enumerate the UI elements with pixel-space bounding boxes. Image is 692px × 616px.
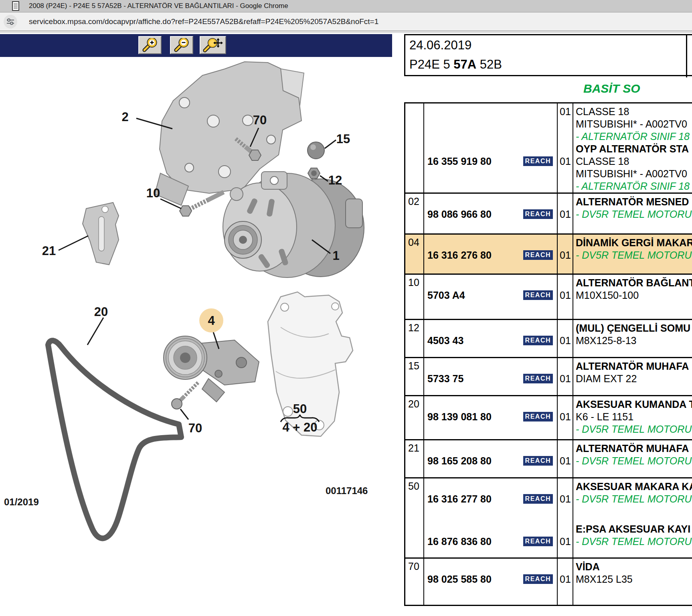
callout-21[interactable]: 21 <box>42 244 56 258</box>
description-line: E:PSA AKSESUAR KAYI <box>573 523 692 535</box>
description-line: DİNAMİK GERGİ MAKAR <box>573 237 692 249</box>
reference-header-box: 24.06.2019 P24E 5 57A 52B <box>404 34 692 76</box>
parts-table-row[interactable]: 7098 025 585 80REACH01VİDAM8X125 L35 <box>405 559 692 606</box>
callout-20[interactable]: 20 <box>94 305 108 319</box>
window-title: 2008 (P24E) - P24E 5 57A52B - ALTERNATÖR… <box>29 2 288 10</box>
catalog-date: 24.06.2019 <box>409 38 471 53</box>
reach-badge[interactable]: REACH <box>523 537 553 546</box>
site-settings-button[interactable] <box>4 15 17 28</box>
parts-table-row[interactable]: 16 355 919 80REACH0101CLASSE 18MITSUBISH… <box>405 103 692 194</box>
ball-15-drawing <box>308 142 324 159</box>
quantity: 01 <box>558 105 573 118</box>
item-number: 12 <box>405 320 423 334</box>
description-line: OYP ALTERNATÖR STA <box>573 143 692 155</box>
quantity: 01 <box>558 322 573 347</box>
description-line: M8X125 L35 <box>573 573 692 586</box>
window-title-bar: 2008 (P24E) - P24E 5 57A52B - ALTERNATÖR… <box>0 0 692 12</box>
quantity: 01 <box>558 480 573 505</box>
callout-70-bottom[interactable]: 70 <box>188 421 202 435</box>
header-divider <box>686 35 687 77</box>
quantity: 01 <box>558 277 573 302</box>
description-line: ALTERNATÖR MUHAFA <box>573 442 692 455</box>
parts-table: 16 355 919 80REACH0101CLASSE 18MITSUBISH… <box>404 102 692 606</box>
description-line: ALTERNATÖR BAĞLANT <box>573 277 692 289</box>
callout-2[interactable]: 2 <box>121 110 128 124</box>
part-number: 16 355 919 80 <box>424 156 492 167</box>
description-line: M8X125-8-13 <box>573 334 692 347</box>
reach-badge[interactable]: REACH <box>523 412 553 421</box>
description-line: MITSUBISHI* - A002TV0 <box>573 168 692 180</box>
alternator-drawing <box>223 172 364 278</box>
parts-table-row[interactable]: 5016 316 277 80REACH16 876 836 80REACH01… <box>405 478 692 559</box>
parts-table-row[interactable]: 105703 A4REACH01ALTERNATÖR BAĞLANTM10X15… <box>405 275 692 320</box>
reach-badge[interactable]: REACH <box>523 250 553 260</box>
callout-4[interactable]: 4 <box>208 314 215 328</box>
parts-table-row[interactable]: 0298 086 966 80REACH01ALTERNATÖR MESNED-… <box>405 194 692 235</box>
callout-15[interactable]: 15 <box>336 132 350 146</box>
parts-table-row[interactable]: 2098 139 081 80REACH01AKSESUAR KUMANDA T… <box>405 396 692 440</box>
drawing-number: 00117146 <box>326 485 368 496</box>
reach-badge[interactable]: REACH <box>523 156 553 166</box>
description-line: - DV5R TEMEL MOTORU <box>573 535 692 548</box>
quantity: 01 <box>558 523 573 548</box>
part-number: 98 025 585 80 <box>424 573 492 585</box>
parts-table-row[interactable]: 124503 43REACH01(MUL) ÇENGELLİ SOMUM8X12… <box>405 320 692 358</box>
callout-70-top[interactable]: 70 <box>253 113 267 127</box>
description-line: DIAM EXT 22 <box>573 373 692 385</box>
belt-20-drawing <box>48 340 181 538</box>
item-number: 04 <box>405 235 423 248</box>
callout-1[interactable]: 1 <box>332 249 339 263</box>
reach-badge[interactable]: REACH <box>523 456 553 466</box>
item-number: 70 <box>405 559 423 572</box>
description-line: - ALTERNATÖR SINIF 18 <box>573 180 692 192</box>
callout-12[interactable]: 12 <box>328 173 342 187</box>
reach-badge[interactable]: REACH <box>523 374 553 383</box>
item-number: 02 <box>405 194 423 207</box>
family-row: BASİT SO <box>404 76 692 102</box>
part-number: 98 086 966 80 <box>424 209 492 220</box>
item-number: 15 <box>405 358 423 372</box>
reach-badge[interactable]: REACH <box>523 290 553 300</box>
page-url[interactable]: servicebox.mpsa.com/docapvpr/affiche.do?… <box>29 17 378 26</box>
reach-badge[interactable]: REACH <box>523 574 553 584</box>
url-bar[interactable]: servicebox.mpsa.com/docapvpr/affiche.do?… <box>0 12 692 30</box>
description-line: ALTERNATÖR MUHAFA <box>573 360 692 373</box>
quantity: 01 <box>558 561 573 586</box>
part-number: 16 876 836 80 <box>424 536 492 547</box>
revision-date: 01/2019 <box>4 496 39 507</box>
bracket-21-drawing <box>83 203 119 265</box>
parts-table-row[interactable]: 155733 75REACH01ALTERNATÖR MUHAFADIAM EX… <box>405 358 692 396</box>
tensioner-4-drawing <box>164 336 259 402</box>
callout-10[interactable]: 10 <box>146 186 160 200</box>
description-line: AKSESUAR MAKARA KA <box>573 480 692 493</box>
page-reference: P24E 5 57A 52B <box>409 57 502 72</box>
description-line: MITSUBISHI* - A002TV0 <box>573 118 692 130</box>
description-line: CLASSE 18 <box>573 105 692 118</box>
part-number: 16 316 276 80 <box>424 249 492 261</box>
part-number: 5703 A4 <box>424 290 465 301</box>
family-label: BASİT SO <box>583 82 640 95</box>
bolt-10-drawing <box>180 192 224 216</box>
tune-icon <box>6 17 15 26</box>
quantity: 01 <box>558 360 573 385</box>
item-number: 10 <box>405 275 423 288</box>
item-number <box>405 103 423 105</box>
reach-badge[interactable]: REACH <box>523 494 553 504</box>
reach-badge[interactable]: REACH <box>523 336 553 345</box>
item-number: 21 <box>405 440 423 454</box>
description-line: AKSESUAR KUMANDA T <box>573 398 692 411</box>
document-icon <box>12 1 19 11</box>
part-number: 4503 43 <box>424 335 463 346</box>
reach-badge[interactable]: REACH <box>523 209 553 219</box>
quantity: 01 <box>558 143 573 168</box>
part-number: 98 165 208 80 <box>424 455 492 466</box>
description-line: (MUL) ÇENGELLİ SOMU <box>573 322 692 334</box>
item-number: 20 <box>405 396 423 410</box>
parts-table-row[interactable]: 0416 316 276 80REACH01DİNAMİK GERGİ MAKA… <box>405 235 692 275</box>
description-line: K6 - LE 1151 <box>573 411 692 423</box>
parts-table-row[interactable]: 2198 165 208 80REACH01ALTERNATÖR MUHAFA-… <box>405 440 692 478</box>
description-line: - DV5R TEMEL MOTORU <box>573 249 692 261</box>
part-number: 5733 75 <box>424 373 463 384</box>
part-number: 16 316 277 80 <box>424 493 492 505</box>
part-number <box>424 106 427 117</box>
